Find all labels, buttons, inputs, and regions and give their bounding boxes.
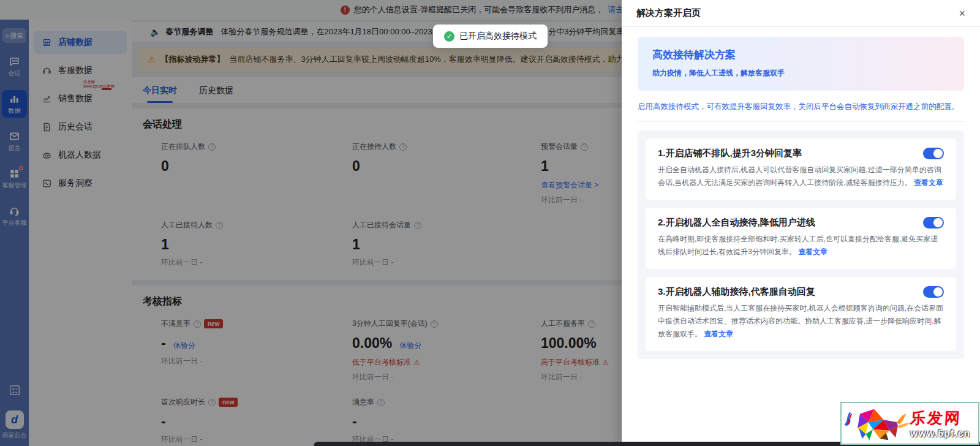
watermark-url: www.6pf.cn xyxy=(910,428,970,439)
solution-hero-card: 高效接待解决方案 助力疫情，降低人工进线，解放客服双手 xyxy=(638,37,964,91)
drawer-title: 解决方案开启页 xyxy=(636,7,701,19)
drawer-header: 解决方案开启页 × xyxy=(622,0,980,27)
view-article-link[interactable]: 查看文章 xyxy=(798,248,827,256)
success-toast: ✓ 已开启高效接待模式 xyxy=(433,25,548,48)
hero-title: 高效接待解决方案 xyxy=(652,48,949,62)
solution-item-full-auto-bot: 2.开启机器人全自动接待,降低用户进线 在高峰时期,即使客服接待全部饱和时,买家… xyxy=(646,208,956,269)
solution-item-no-queue: 1.开启店铺不排队,提升3分钟回复率 开启全自动机器人接待后,机器人可以代替客服… xyxy=(646,138,956,200)
toggle-full-auto-bot[interactable] xyxy=(923,217,944,229)
solution-desc: 开启智能辅助模式后,当人工客服在接待买家时,机器人会根据顾客咨询的问题,在会话界… xyxy=(658,304,943,338)
toggle-no-queue[interactable] xyxy=(923,148,944,159)
toast-text: 已开启高效接待模式 xyxy=(459,31,537,42)
solution-drawer: 解决方案开启页 × 高效接待解决方案 助力疫情，降低人工进线，解放客服双手 启用… xyxy=(622,0,980,446)
view-article-link[interactable]: 查看文章 xyxy=(914,178,943,187)
solution-item-assist-bot: 3.开启机器人辅助接待,代客服自动回复 开启智能辅助模式后,当人工客服在接待买家… xyxy=(646,277,956,351)
solution-title: 1.开启店铺不排队,提升3分钟回复率 xyxy=(658,148,802,159)
watermark-site-name: 乐发网 xyxy=(910,408,971,428)
success-check-icon: ✓ xyxy=(444,31,454,42)
colorful-bull-logo xyxy=(842,404,914,442)
view-article-link[interactable]: 查看文章 xyxy=(704,330,733,338)
close-icon[interactable]: × xyxy=(959,8,965,19)
site-watermark: 乐发网 www.6pf.cn xyxy=(840,402,979,445)
solution-desc: 开启全自动机器人接待后,机器人可以代替客服自动回复买家问题,过滤一部分简单的咨询… xyxy=(658,165,941,187)
solution-title: 3.开启机器人辅助接待,代客服自动回复 xyxy=(658,286,815,298)
solution-list: 1.开启店铺不排队,提升3分钟回复率 开启全自动机器人接待后,机器人可以代替客服… xyxy=(638,130,964,359)
toggle-assist-bot[interactable] xyxy=(923,286,944,298)
solution-intro: 启用高效接待模式，可有效提升客服回复效率，关闭后平台会自动恢复到商家开通之前的配… xyxy=(638,102,964,122)
hero-subtitle: 助力疫情，降低人工进线，解放客服双手 xyxy=(652,68,949,78)
solution-title: 2.开启机器人全自动接待,降低用户进线 xyxy=(658,217,815,229)
